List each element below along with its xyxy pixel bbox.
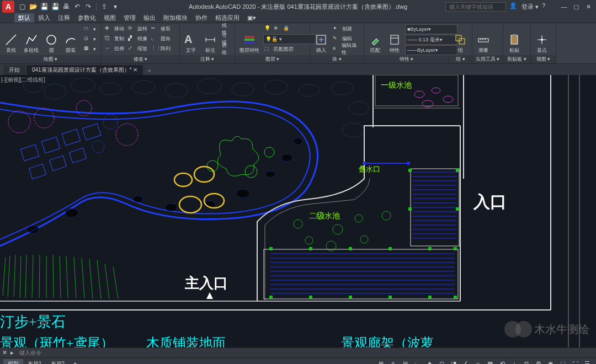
app-logo[interactable]: A [2, 1, 14, 13]
status-grid-icon[interactable]: # [387, 359, 398, 365]
status-ortho-icon[interactable]: ∟ [412, 359, 423, 365]
draw-flyout-3[interactable]: ▦▾ [83, 44, 97, 53]
status-annomonitor-icon[interactable]: + [509, 359, 520, 365]
ribbon-tabs: 默认 插入 注释 参数化 视图 管理 输出 附加模块 协作 精选应用 ▣▾ [0, 13, 596, 23]
maximize-icon[interactable]: ▢ [571, 2, 582, 11]
panel-label-groups[interactable]: 组 ▾ [449, 55, 472, 63]
panel-utils: 测量 实用工具 ▾ [472, 23, 503, 63]
tab-model[interactable]: 模型 [3, 359, 23, 365]
status-isolate-icon[interactable]: ◉ [545, 359, 556, 365]
rotate-button[interactable]: ⟳旋转 [127, 24, 148, 34]
panel-label-block[interactable]: 块 ▾ [310, 55, 364, 63]
layer-dropdown[interactable]: 💡🔓 ▾ [263, 34, 316, 44]
status-osnap-icon[interactable]: ◻ [436, 359, 447, 365]
tab-collaborate[interactable]: 协作 [191, 13, 211, 23]
status-transparency-icon[interactable]: ▦ [485, 359, 496, 365]
svg-rect-123 [428, 296, 432, 299]
help-icon[interactable]: ? [542, 2, 551, 11]
panel-groups: 组 组 ▾ [449, 23, 472, 63]
panel-draw: 直线 多段线 圆 圆弧 ⬭▾ ◶▾ ▦▾ 绘图 ▾ [0, 23, 102, 63]
new-icon[interactable]: ▢ [18, 2, 26, 11]
command-line[interactable]: ✕ ▸ 键入命令 [0, 347, 596, 357]
tab-addins[interactable]: 附加模块 [159, 13, 191, 23]
fillet-button[interactable]: ◟圆角 [150, 34, 172, 44]
tab-layout-add[interactable]: + [69, 360, 81, 364]
panel-label-clipboard[interactable]: 剪贴板 ▾ [503, 55, 530, 63]
status-cleanscreen-icon[interactable]: ⛶ [570, 359, 581, 365]
doctab-new[interactable]: + [144, 66, 154, 75]
share-icon[interactable]: ⇪ [100, 2, 109, 11]
stretch-button[interactable]: ↔拉伸 [104, 44, 125, 53]
status-annoscale-icon[interactable]: ⚖ [521, 359, 532, 365]
status-bar: 模型 布局1 布局2 + ⊞ # ⊟ ∟ ✦ ◻ ◨ ∠ ≡ ▦ ⟲ + ⚖ ⚙… [0, 357, 596, 364]
status-otrack-icon[interactable]: ∠ [460, 359, 471, 365]
scale-button[interactable]: ⤢缩放 [127, 44, 148, 53]
status-hardware-icon[interactable]: ⬚ [557, 359, 568, 365]
panel-clipboard: 粘贴 剪贴板 ▾ [503, 23, 531, 63]
layer-state-row[interactable]: 💡❄🔒 [263, 24, 316, 34]
panel-block: 插入 ✦创建 ✎编辑 a编辑属性 块 ▾ [310, 23, 364, 63]
cmd-prompt-icon: ▸ [10, 349, 14, 356]
tab-parametric[interactable]: 参数化 [74, 13, 100, 23]
create-block-button[interactable]: ✦创建 [332, 24, 361, 34]
help-search-input[interactable] [445, 2, 506, 12]
mirror-button[interactable]: ▞镜像 [127, 34, 148, 44]
status-3dosnap-icon[interactable]: ◨ [448, 359, 459, 365]
tab-layout2[interactable]: 布局2 [46, 359, 70, 365]
panel-label-draw[interactable]: 绘图 ▾ [0, 55, 101, 63]
table-button[interactable]: 表格 [221, 44, 232, 53]
panel-label-view[interactable]: 视图 ▾ [531, 55, 556, 63]
tab-output[interactable]: 输出 [140, 13, 159, 23]
panel-label-annotate[interactable]: 注释 ▾ [180, 55, 235, 63]
draw-flyout-2[interactable]: ◶▾ [83, 34, 97, 44]
cmd-close-icon[interactable]: ✕ [2, 349, 7, 356]
doctab-file[interactable]: 041屋顶花园景观设计方案（含效果图）* ✕ [26, 65, 143, 75]
panel-label-layers[interactable]: 图层 ▾ [235, 55, 310, 63]
tab-insert[interactable]: 插入 [34, 13, 54, 23]
plot-icon[interactable]: 🖶 [62, 2, 71, 11]
draw-flyout-1[interactable]: ⬭▾ [83, 24, 97, 34]
trim-button[interactable]: ✂修剪 [150, 24, 172, 34]
tab-layout1[interactable]: 布局1 [23, 359, 46, 365]
close-icon[interactable]: ✕ [583, 2, 594, 11]
saveas-icon[interactable]: 💾 [51, 2, 60, 11]
tab-default[interactable]: 默认 [14, 13, 34, 23]
drawing-canvas[interactable]: [-][俯视][二维线框] [0, 75, 596, 347]
svg-point-38 [100, 83, 121, 95]
status-lwt-icon[interactable]: ≡ [472, 359, 483, 365]
move-button[interactable]: ✥移动 [104, 24, 125, 34]
svg-line-130 [8, 256, 10, 297]
status-workspace-icon[interactable]: ⚙ [533, 359, 544, 365]
tab-annotate[interactable]: 注释 [54, 13, 74, 23]
tab-featured[interactable]: 精选应用 [211, 13, 243, 23]
status-model-icon[interactable]: ⊞ [375, 359, 386, 365]
status-custom-icon[interactable]: ☰ [582, 359, 593, 365]
tab-manage[interactable]: 管理 [120, 13, 140, 23]
panel-label-properties[interactable]: 特性 ▾ [364, 55, 449, 63]
svg-point-75 [179, 196, 201, 213]
panel-label-modify[interactable]: 修改 ▾ [102, 55, 179, 63]
layer-tools-row[interactable]: ⬚匹配图层 [263, 45, 316, 54]
status-cycling-icon[interactable]: ⟲ [497, 359, 508, 365]
copy-button[interactable]: ⿻复制 [104, 34, 125, 44]
label-pool2: 二级水池 [309, 211, 340, 221]
login-button[interactable]: 登录 ▾ [522, 3, 539, 11]
svg-rect-6 [244, 39, 254, 41]
open-icon[interactable]: 📂 [29, 2, 38, 11]
undo-icon[interactable]: ↶ [73, 2, 82, 11]
doctab-start[interactable]: 开始 [3, 65, 25, 75]
command-input[interactable]: 键入命令 [17, 349, 594, 357]
save-icon[interactable]: 💾 [40, 2, 49, 11]
status-polar-icon[interactable]: ✦ [424, 359, 435, 365]
array-button[interactable]: ⋮⋮阵列 [150, 44, 172, 53]
user-icon[interactable]: 👤 [509, 2, 518, 11]
svg-rect-67 [82, 124, 100, 140]
status-snap-icon[interactable]: ⊟ [400, 359, 411, 365]
panel-label-utils[interactable]: 实用工具 ▾ [472, 55, 503, 63]
edit-attr-button[interactable]: a编辑属性 [332, 44, 361, 53]
redo-icon[interactable]: ↷ [84, 2, 93, 11]
tab-expand-icon[interactable]: ▣▾ [243, 13, 260, 23]
minimize-icon[interactable]: — [558, 2, 570, 11]
tab-view[interactable]: 视图 [100, 13, 120, 23]
qat-dropdown-icon[interactable]: ▾ [111, 2, 120, 11]
